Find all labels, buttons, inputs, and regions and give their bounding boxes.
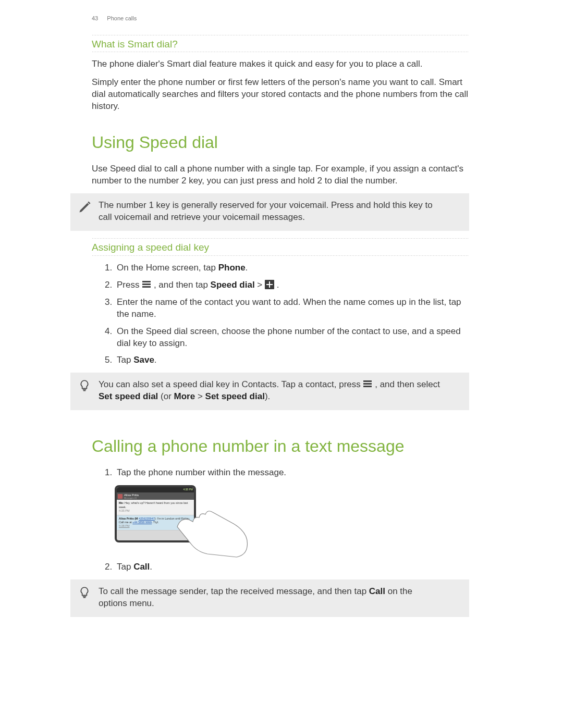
text-call-steps: Tap the phone number within the message. [92,467,469,479]
lightbulb-icon [78,586,92,600]
step-5: Tap Save. [115,354,469,366]
tip-text: You can also set a speed dial key in Con… [99,379,440,401]
status-bar: 4:38 PM [117,487,194,492]
thread-subtitle: Messages (2) [124,497,139,499]
step-2: Press , and then tap Speed dial > . [115,279,469,291]
step-3: Enter the name of the contact you want t… [115,297,469,320]
speed-dial-section: Using Speed dial Use Speed dial to call … [92,131,469,187]
step-1: On the Home screen, tap Phone. [115,262,469,274]
call-sender-tip: To call the message sender, tap the rece… [70,579,469,617]
step-1: Tap the phone number within the message. [115,467,469,479]
smart-dial-heading: What is Smart dial? [92,35,469,52]
message-illustration: 4:38 PM Alisa Pritts Messages (2) Me: He… [115,485,250,555]
divider [92,255,469,256]
speed-dial-heading: Using Speed dial [92,131,469,154]
contacts-tip: You can also set a speed dial key in Con… [70,373,469,410]
page-number: 43 [92,15,98,21]
document-page: 43 Phone calls What is Smart dial? The p… [0,0,563,645]
menu-icon [363,379,372,389]
smart-dial-section: What is Smart dial? The phone dialer's S… [92,35,469,113]
text-call-heading: Calling a phone number in a text message [92,435,469,458]
tip-text: To call the message sender, tap the rece… [99,586,412,608]
voicemail-note: The number 1 key is generally reserved f… [70,193,469,231]
page-header: 43 Phone calls [92,15,469,22]
contact-name: Alisa Pritts [124,493,139,497]
assign-key-section: Assigning a speed dial key On the Home s… [92,238,469,366]
text-call-steps-cont: Tap Call. [92,561,469,573]
phone-bold: Phone [218,263,246,273]
hand-pointer-icon [172,506,250,558]
thread-title-bar: Alisa Pritts Messages (2) [117,492,194,500]
menu-icon [142,280,151,289]
speed-dial-bold: Speed dial [211,280,255,290]
pencil-icon [78,200,92,214]
divider [92,52,469,52]
step-2: Tap Call. [115,561,469,573]
phone-number-link: 4256235947 [139,517,155,520]
phone-number-link: +44 5858 9999 [132,521,152,524]
body-text: The phone dialer's Smart dial feature ma… [92,58,469,70]
body-text: Simply enter the phone number or first f… [92,77,469,113]
section-name: Phone calls [107,15,137,21]
call-bold: Call [133,562,150,572]
assign-steps: On the Home screen, tap Phone. Press , a… [92,262,469,367]
avatar-icon [118,494,123,499]
text-call-section: Calling a phone number in a text message… [92,435,469,573]
assign-heading: Assigning a speed dial key [92,239,469,255]
body-text: Use Speed dial to call a phone number wi… [92,163,469,187]
step-4: On the Speed dial screen, choose the pho… [115,326,469,350]
save-bold: Save [133,355,154,365]
plus-icon [265,280,274,289]
note-text: The number 1 key is generally reserved f… [99,200,433,222]
lightbulb-icon [78,379,92,393]
